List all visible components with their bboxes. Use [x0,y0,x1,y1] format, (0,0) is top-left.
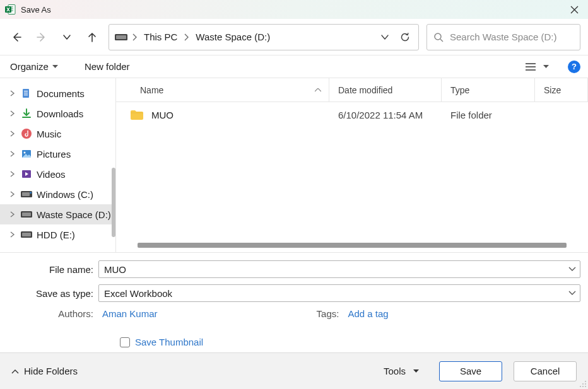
svg-rect-11 [24,95,28,95]
file-type: File folder [450,110,492,120]
breadcrumb-drive[interactable]: Waste Space (D:) [193,30,273,44]
file-list: MUO 6/10/2022 11:54 AM File folder [116,102,588,241]
navtree-scrollbar[interactable] [112,168,115,237]
pictures-icon [20,148,33,160]
chevron-down-icon [568,267,576,272]
command-bar: Organize New folder ? [0,55,588,78]
recent-locations-button[interactable] [58,28,76,46]
nav-item-music[interactable]: Music [0,124,115,144]
dialog-footer: Hide Folders Tools Save Cancel [0,352,588,389]
close-button[interactable] [565,1,583,18]
authors-value[interactable]: Aman Kumar [102,308,158,319]
arrow-up-icon [86,32,98,43]
nav-item-drive-d[interactable]: Waste Space (D:) [0,204,115,224]
address-history-dropdown[interactable] [377,29,393,45]
nav-item-videos[interactable]: Videos [0,164,115,184]
nav-item-label: Documents [37,88,85,99]
svg-point-24 [585,383,586,385]
savetype-combobox[interactable]: Excel Workbook [98,284,580,302]
breadcrumb-this-pc[interactable]: This PC [141,30,180,44]
nav-item-documents[interactable]: Documents [0,83,115,103]
horizontal-scrollbar[interactable] [122,241,582,250]
nav-item-label: Waste Space (D:) [37,209,111,220]
new-folder-button[interactable]: New folder [82,59,132,74]
sort-indicator-icon [315,88,321,92]
nav-item-drive-c[interactable]: Windows (C:) [0,184,115,204]
column-type[interactable]: Type [442,78,535,102]
chevron-up-icon [11,369,19,374]
save-button[interactable]: Save [439,361,502,381]
new-folder-label: New folder [85,61,130,72]
nav-item-pictures[interactable]: Pictures [0,144,115,164]
navigation-tree: Documents Downloads Music Pictures Video… [0,78,116,252]
refresh-icon [399,32,411,43]
search-input[interactable] [450,32,573,42]
svg-rect-17 [22,192,30,196]
save-thumbnail-checkbox[interactable] [120,337,130,347]
refresh-button[interactable] [397,29,413,45]
tags-label: Tags: [317,308,339,319]
tags-value[interactable]: Add a tag [348,308,388,319]
column-name-label: Name [140,85,163,95]
chevron-right-icon [9,90,16,96]
chevron-right-icon [9,231,16,238]
title-bar: Save As [0,0,588,19]
resize-grip-icon[interactable] [579,380,587,388]
up-button[interactable] [83,28,101,46]
address-bar[interactable]: This PC Waste Space (D:) [109,24,419,50]
drive-icon [20,188,33,200]
chevron-down-icon [62,33,71,42]
main-content-area: Documents Downloads Music Pictures Video… [0,78,588,252]
hide-folders-button[interactable]: Hide Folders [11,366,78,376]
help-glyph: ? [572,62,577,71]
save-thumbnail-label[interactable]: Save Thumbnail [135,337,203,347]
file-row[interactable]: MUO 6/10/2022 11:54 AM File folder [116,102,588,127]
help-button[interactable]: ? [568,61,580,73]
svg-rect-6 [116,35,126,39]
svg-rect-22 [22,233,31,236]
savetype-label: Save as type: [8,288,93,299]
filename-label: File name: [8,264,93,275]
file-list-pane: Name Date modified Type Size MUO [116,78,588,252]
nav-item-label: Music [37,129,61,139]
folder-icon [130,109,144,120]
view-options-button[interactable] [522,61,553,73]
nav-item-label: Downloads [37,108,83,119]
caret-down-icon [413,369,419,373]
save-button-label: Save [460,366,481,376]
forward-button[interactable] [33,28,50,46]
chevron-right-icon [9,151,16,157]
nav-item-downloads[interactable]: Downloads [0,103,115,124]
cancel-button[interactable]: Cancel [514,361,577,381]
breadcrumb-sep-icon [132,33,138,41]
nav-item-label: Pictures [37,149,71,160]
nav-item-drive-e[interactable]: HDD (E:) [0,224,115,245]
drive-icon [20,208,33,221]
cancel-button-label: Cancel [531,366,560,376]
column-size-label: Size [544,85,561,95]
filename-combobox[interactable]: MUO [98,260,580,278]
window-title: Save As [21,5,51,15]
column-name[interactable]: Name [116,78,329,102]
organize-menu[interactable]: Organize [8,59,61,74]
svg-point-28 [580,386,581,387]
column-size[interactable]: Size [535,78,588,102]
column-date[interactable]: Date modified [329,78,442,102]
chevron-right-icon [9,131,16,137]
breadcrumb-sep-icon [184,33,189,41]
chevron-right-icon [9,110,16,117]
search-box[interactable] [426,24,580,50]
tools-menu[interactable]: Tools [384,366,419,376]
chevron-right-icon [9,211,16,218]
column-headers: Name Date modified Type Size [116,78,588,102]
svg-rect-20 [22,212,31,216]
caret-down-icon [52,65,58,69]
hide-folders-label: Hide Folders [24,366,78,376]
arrow-left-icon [11,32,22,43]
nav-item-label: HDD (E:) [37,229,75,240]
file-date: 6/10/2022 11:54 AM [338,110,423,120]
svg-point-27 [582,386,584,387]
search-icon [433,32,444,42]
chevron-down-icon [568,291,576,296]
back-button[interactable] [8,28,25,46]
